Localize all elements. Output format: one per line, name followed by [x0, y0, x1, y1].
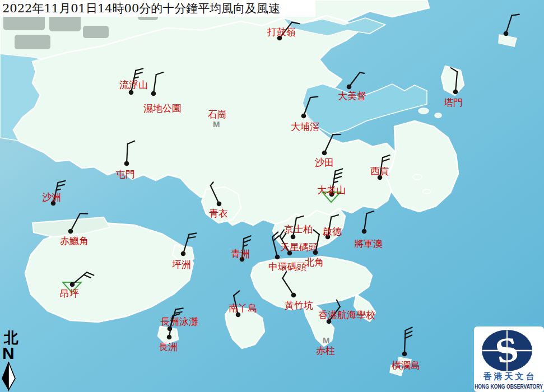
station-dot: [347, 85, 352, 90]
station-dot: [291, 235, 296, 240]
station-dot: [151, 91, 156, 96]
station-label: 坪洲: [172, 259, 191, 270]
station-label: 黃竹坑: [285, 300, 313, 311]
station-dot: [181, 251, 186, 256]
station-label: 赤鱲角: [60, 235, 89, 246]
station-label: 中環碼頭: [268, 261, 306, 272]
station-label: 香港航海學校: [318, 309, 375, 320]
map-title: 2022年11月01日14時00分的十分鐘平均風向及風速: [2, 2, 280, 15]
station-dot: [362, 229, 367, 234]
station-label: 流浮山: [119, 79, 148, 90]
station-label: 天星碼頭: [280, 241, 318, 253]
station-label: 沙田: [315, 157, 334, 168]
station-label: 石崗: [208, 109, 227, 120]
station-label: 長洲泳灘: [160, 316, 198, 327]
station-dot: [402, 352, 407, 357]
station-label: 打鼓嶺: [267, 26, 296, 38]
station-label: 西貢: [370, 165, 389, 176]
station-dot: [124, 161, 129, 166]
islet-b: [435, 113, 441, 118]
station-label: 赤柱: [316, 345, 335, 356]
missing-data-marker: M: [323, 335, 330, 345]
islet-a: [419, 108, 429, 114]
station-dot: [291, 293, 296, 298]
station-label: 塔門: [443, 97, 463, 108]
station-dot: [129, 90, 134, 95]
station-dot: [68, 229, 73, 234]
station-dot: [313, 250, 318, 255]
station-dot: [217, 202, 222, 207]
station-label: 沙洲: [42, 192, 61, 203]
station-label: 啟德: [323, 226, 342, 237]
station-label: 北角: [305, 256, 324, 268]
station-label: 大美督: [338, 90, 366, 101]
hko-logo: S 香港天文台 HONG KONG OBSERVATORY: [474, 326, 544, 392]
station-dot: [301, 114, 306, 119]
station-label: 屯門: [116, 169, 135, 180]
station-label: 長洲: [159, 341, 178, 352]
missing-data-marker: M: [213, 119, 220, 129]
station-label: 將軍澳: [354, 238, 383, 249]
islet-d: [423, 189, 431, 194]
compass-north-letter: N: [2, 344, 15, 362]
logo-english: HONG KONG OBSERVATORY: [475, 383, 543, 390]
station-label: 大老山: [317, 184, 346, 195]
wind-map-screen: 打鼓嶺流浮山濕地公園石崗M大美督大埔滘塔門沙田西貢大老山屯門沙洲赤鱲角青衣坪洲昂…: [0, 0, 544, 392]
station-dot: [167, 335, 172, 340]
station-dot: [453, 90, 458, 95]
station-label: 青洲: [231, 248, 250, 259]
station-label: 橫瀾島: [392, 360, 420, 371]
station-dot: [504, 31, 509, 36]
station-label: 青衣: [209, 208, 228, 219]
station-label: 濕地公園: [143, 102, 182, 114]
station-dot: [322, 151, 327, 156]
hk-wind-map: 打鼓嶺流浮山濕地公園石崗M大美督大埔滘塔門沙田西貢大老山屯門沙洲赤鱲角青衣坪洲昂…: [0, 0, 544, 392]
station-dot: [70, 282, 75, 287]
station-label: 昂坪: [60, 288, 79, 299]
logo-chinese: 香港天文台: [483, 371, 537, 381]
station-label: 南丫島: [229, 302, 257, 314]
station-label: 大埔滘: [291, 121, 319, 132]
station-dot: [275, 255, 280, 260]
station-label: 京士柏: [284, 223, 313, 235]
title-bar: 2022年11月01日14時00分的十分鐘平均風向及風速: [0, 0, 315, 17]
islet-c: [413, 174, 422, 180]
